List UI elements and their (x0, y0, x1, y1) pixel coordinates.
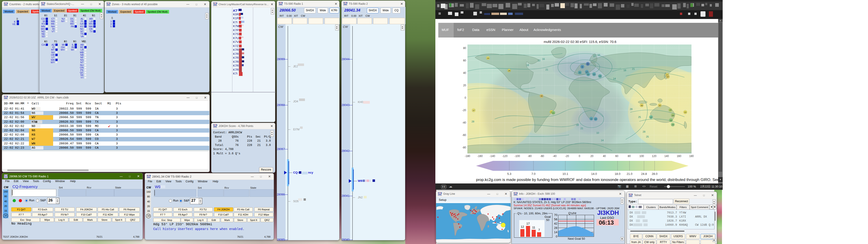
svg-text:33: 33 (684, 111, 686, 114)
svg-text:36: 36 (641, 104, 643, 106)
svg-text:14.0: 14.0 (591, 172, 597, 176)
svg-text:10: 10 (596, 131, 599, 134)
svg-text:30: 30 (659, 104, 661, 106)
svg-text:10: 10 (537, 59, 540, 62)
svg-text:18.0: 18.0 (615, 172, 620, 176)
svg-text:11: 11 (579, 71, 581, 74)
svg-text:28: 28 (672, 114, 674, 117)
svg-text:7.0: 7.0 (531, 172, 535, 176)
svg-text:8: 8 (587, 63, 588, 65)
svg-text:21.0: 21.0 (627, 172, 632, 176)
svg-text:38: 38 (540, 95, 543, 97)
svg-text:18: 18 (623, 69, 626, 72)
svg-text:18: 18 (576, 124, 579, 126)
svg-text:21: 21 (581, 127, 583, 130)
svg-text:28: 28 (643, 130, 645, 133)
svg-text:10: 10 (593, 55, 596, 57)
svg-text:29: 29 (487, 57, 489, 59)
svg-text:14: 14 (601, 139, 603, 142)
svg-text:28: 28 (508, 69, 510, 72)
svg-text:21: 21 (552, 112, 555, 114)
svg-text:28: 28 (471, 120, 474, 123)
svg-text:18: 18 (650, 116, 652, 118)
svg-text:14: 14 (613, 77, 616, 80)
svg-text:11: 11 (587, 73, 589, 75)
svg-text:21: 21 (632, 67, 635, 70)
svg-text:10: 10 (594, 118, 597, 120)
svg-text:37: 37 (666, 76, 669, 78)
svg-text:28: 28 (630, 108, 632, 111)
svg-text:25: 25 (672, 124, 674, 126)
svg-text:21: 21 (546, 68, 548, 71)
svg-text:16: 16 (597, 54, 600, 56)
svg-text:24.8: 24.8 (641, 172, 647, 176)
svg-text:12: 12 (593, 73, 595, 75)
svg-text:11: 11 (590, 118, 592, 120)
svg-text:9: 9 (582, 66, 583, 68)
svg-text:5.3: 5.3 (507, 172, 511, 176)
svg-text:22: 22 (670, 119, 672, 122)
svg-text:25: 25 (638, 116, 641, 118)
svg-text:28.0: 28.0 (652, 172, 657, 176)
svg-text:18: 18 (526, 64, 529, 66)
svg-text:13: 13 (599, 75, 601, 77)
svg-text:10.1: 10.1 (562, 172, 568, 176)
svg-text:25: 25 (646, 135, 649, 138)
svg-text:16: 16 (542, 58, 545, 60)
svg-text:29: 29 (669, 109, 671, 111)
svg-text:37: 37 (473, 109, 475, 112)
